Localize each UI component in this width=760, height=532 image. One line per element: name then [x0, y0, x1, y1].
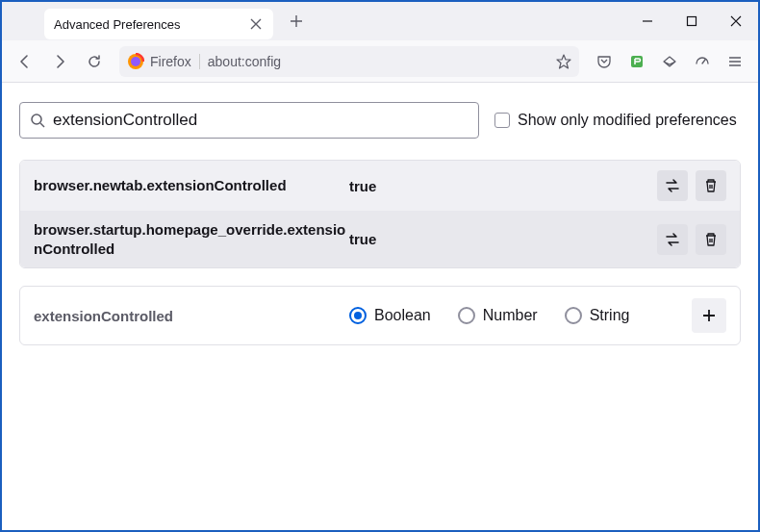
nav-bar: Firefox about:config — [2, 40, 758, 83]
forward-button[interactable] — [44, 46, 75, 77]
preference-name: browser.startup.homepage_override.extens… — [34, 220, 349, 258]
radio-label: String — [590, 307, 630, 324]
preference-value: true — [349, 231, 657, 247]
close-window-button[interactable] — [714, 2, 758, 40]
preference-value: true — [349, 178, 657, 194]
add-preference-name: extensionControlled — [34, 308, 349, 324]
pocket-icon[interactable] — [589, 46, 620, 77]
checkbox-icon — [494, 113, 510, 128]
mail-icon[interactable] — [654, 46, 685, 77]
radio-string[interactable]: String — [565, 307, 630, 324]
window-controls — [625, 2, 758, 40]
dashboard-icon[interactable] — [687, 46, 718, 77]
preference-row[interactable]: browser.newtab.extensionControlled true — [20, 161, 740, 211]
svg-rect-0 — [688, 17, 697, 26]
browser-window: Advanced Preferences — [0, 0, 760, 532]
preference-list: browser.newtab.extensionControlled true … — [19, 160, 741, 268]
delete-button[interactable] — [696, 224, 726, 255]
show-modified-checkbox[interactable]: Show only modified preferences — [494, 112, 737, 129]
search-row: Show only modified preferences — [19, 102, 741, 139]
svg-point-2 — [131, 57, 140, 66]
new-tab-button[interactable] — [283, 8, 310, 35]
preference-actions — [657, 224, 726, 255]
preference-actions — [657, 170, 726, 201]
reload-button[interactable] — [79, 46, 110, 77]
type-radio-group: Boolean Number String — [349, 307, 692, 324]
search-input[interactable] — [53, 111, 469, 130]
tab-advanced-preferences[interactable]: Advanced Preferences — [44, 9, 273, 39]
toggle-button[interactable] — [657, 170, 688, 201]
svg-point-4 — [32, 114, 41, 124]
url-bar[interactable]: Firefox about:config — [119, 46, 579, 77]
radio-number[interactable]: Number — [458, 307, 538, 324]
radio-boolean[interactable]: Boolean — [349, 307, 431, 324]
tab-bar: Advanced Preferences — [2, 2, 758, 40]
radio-label: Number — [483, 307, 538, 324]
firefox-logo-icon — [127, 53, 144, 70]
preference-name: browser.newtab.extensionControlled — [34, 176, 349, 195]
close-tab-icon[interactable] — [248, 16, 264, 32]
radio-icon — [349, 307, 367, 324]
search-icon — [30, 113, 45, 128]
extension-icon[interactable] — [621, 46, 652, 77]
radio-icon — [458, 307, 475, 324]
radio-label: Boolean — [374, 307, 431, 324]
maximize-button[interactable] — [670, 2, 714, 40]
search-box[interactable] — [19, 102, 479, 139]
url-text: about:config — [208, 54, 556, 69]
preference-row[interactable]: browser.startup.homepage_override.extens… — [20, 211, 740, 267]
back-button[interactable] — [10, 46, 40, 77]
delete-button[interactable] — [696, 170, 726, 201]
toolbar-icons — [589, 46, 750, 77]
checkbox-label: Show only modified preferences — [518, 112, 737, 129]
about-config-content: Show only modified preferences browser.n… — [2, 83, 758, 530]
minimize-button[interactable] — [625, 2, 670, 40]
tab-title: Advanced Preferences — [54, 17, 181, 32]
add-preference-button[interactable] — [692, 298, 726, 333]
add-preference-row: extensionControlled Boolean Number Strin… — [19, 286, 741, 345]
hamburger-menu-icon[interactable] — [720, 46, 750, 77]
bookmark-star-icon[interactable] — [556, 54, 571, 69]
url-identity-label: Firefox — [150, 54, 200, 69]
radio-icon — [565, 307, 582, 324]
toggle-button[interactable] — [657, 224, 688, 255]
